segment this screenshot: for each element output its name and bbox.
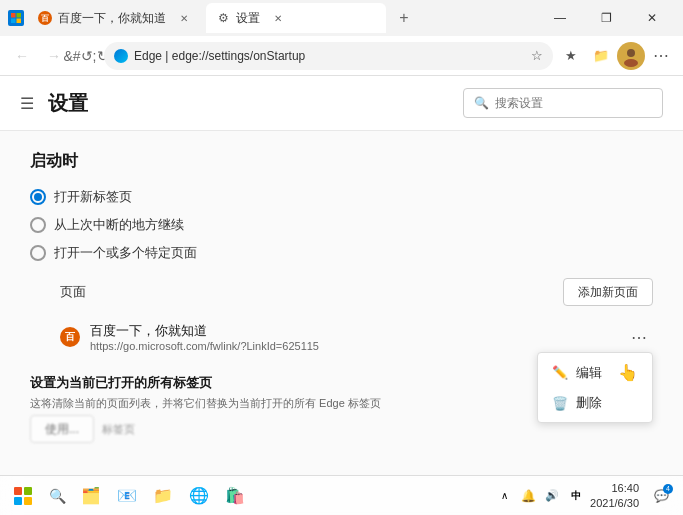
option-continue-label: 从上次中断的地方继续	[54, 216, 184, 234]
taskbar-store[interactable]: 🛍️	[220, 481, 250, 511]
tab-baidu-label: 百度一下，你就知道	[58, 10, 166, 27]
delete-label: 删除	[576, 394, 602, 412]
option-specific-pages-label: 打开一个或多个特定页面	[54, 244, 197, 262]
nav-actions: ★ 📁 ⋯	[557, 42, 675, 70]
nav-bar: ← → &#↺;↻ Edge | edge://settings/onStart…	[0, 36, 683, 76]
windows-logo	[14, 487, 32, 505]
back-button[interactable]: ←	[8, 42, 36, 70]
hamburger-menu-icon[interactable]: ☰	[20, 94, 34, 113]
taskbar: 🔍 🗂️ 📧 📁 🌐 🛍️ ∧ 🔔 🔊 中 16:40 2021/6/30 💬 …	[0, 475, 683, 515]
win-logo-green	[24, 487, 32, 495]
tab-settings-label: 设置	[236, 10, 260, 27]
settings-page-title: 设置	[48, 90, 88, 117]
search-icon: 🔍	[474, 96, 489, 110]
section-title: 启动时	[30, 151, 653, 172]
taskbar-search-button[interactable]: 🔍	[44, 483, 70, 509]
page-favicon: 百	[60, 327, 80, 347]
edit-label: 编辑	[576, 364, 602, 382]
radio-continue[interactable]	[30, 217, 46, 233]
settings-title-row: ☰ 设置	[20, 90, 88, 117]
tray-volume[interactable]: 🔊	[542, 486, 562, 506]
page-url: https://go.microsoft.com/fwlink/?LinkId=…	[90, 340, 615, 352]
tray-wifi[interactable]: 🔔	[518, 486, 538, 506]
taskbar-edge[interactable]: 🌐	[184, 481, 214, 511]
pages-header: 页面 添加新页面	[30, 278, 653, 306]
notification-badge: 4	[663, 484, 673, 494]
page-item-container: 百 百度一下，你就知道 https://go.microsoft.com/fwl…	[30, 316, 653, 358]
svg-rect-3	[17, 19, 22, 24]
context-menu-delete[interactable]: 🗑️ 删除	[538, 388, 652, 418]
settings-search-box[interactable]: 🔍	[463, 88, 663, 118]
favorites-button[interactable]: ★	[557, 42, 585, 70]
taskbar-right: ∧ 🔔 🔊 中 16:40 2021/6/30 💬 4	[494, 481, 675, 510]
baidu-favicon: 百	[38, 11, 52, 25]
system-clock[interactable]: 16:40 2021/6/30	[590, 481, 639, 510]
taskbar-left: 🔍 🗂️ 📧 📁 🌐 🛍️	[8, 481, 250, 511]
pages-label: 页面	[30, 283, 86, 301]
tab-baidu[interactable]: 百 百度一下，你就知道 ✕	[28, 3, 202, 33]
tab-baidu-close[interactable]: ✕	[176, 10, 192, 26]
maximize-button[interactable]: ❐	[583, 0, 629, 36]
svg-rect-2	[11, 19, 16, 24]
address-bar[interactable]: Edge | edge://settings/onStartup ☆	[104, 42, 553, 70]
address-text: Edge | edge://settings/onStartup	[134, 49, 525, 63]
option-new-tab[interactable]: 打开新标签页	[30, 188, 653, 206]
page-more-button[interactable]: ⋯	[625, 323, 653, 351]
trash-icon: 🗑️	[552, 396, 568, 411]
taskbar-explorer[interactable]: 🗂️	[76, 481, 106, 511]
more-button[interactable]: ⋯	[647, 42, 675, 70]
clock-time: 16:40	[611, 481, 639, 495]
settings-search-input[interactable]	[495, 96, 645, 110]
win-logo-yellow	[24, 497, 32, 505]
radio-specific-pages[interactable]	[30, 245, 46, 261]
collections-button[interactable]: 📁	[587, 42, 615, 70]
notification-button[interactable]: 💬 4	[647, 482, 675, 510]
svg-rect-0	[11, 13, 16, 18]
option-new-tab-label: 打开新标签页	[54, 188, 132, 206]
startup-options: 打开新标签页 从上次中断的地方继续 打开一个或多个特定页面	[30, 188, 653, 262]
address-domain: Edge | edge://settings/onStartup	[134, 49, 305, 63]
taskbar-mail[interactable]: 📧	[112, 481, 142, 511]
page-actions: ⋯	[625, 323, 653, 351]
profile-button[interactable]	[617, 42, 645, 70]
settings-header: ☰ 设置 🔍	[0, 76, 683, 131]
tab-settings[interactable]: ⚙ 设置 ✕	[206, 3, 386, 33]
window-controls: — ❐ ✕	[537, 0, 675, 36]
pages-section: 页面 添加新页面 百 百度一下，你就知道 https://go.microsof…	[30, 278, 653, 443]
option-continue[interactable]: 从上次中断的地方继续	[30, 216, 653, 234]
tab-settings-close[interactable]: ✕	[270, 10, 286, 26]
page-name: 百度一下，你就知道	[90, 322, 615, 340]
settings-body: 启动时 打开新标签页 从上次中断的地方继续 打开一个或多个特定页面	[0, 131, 683, 475]
svg-rect-1	[17, 13, 22, 18]
refresh-button[interactable]: &#↺;↻	[72, 42, 100, 70]
svg-point-5	[624, 59, 638, 67]
edge-logo-icon	[114, 49, 128, 63]
settings-favicon: ⚙	[216, 11, 230, 25]
new-tab-button[interactable]: +	[390, 4, 418, 32]
title-bar: 百 百度一下，你就知道 ✕ ⚙ 设置 ✕ + — ❐ ✕	[0, 0, 683, 36]
add-page-button[interactable]: 添加新页面	[563, 278, 653, 306]
close-button[interactable]: ✕	[629, 0, 675, 36]
tray-expand[interactable]: ∧	[494, 486, 514, 506]
win-logo-blue	[14, 497, 22, 505]
settings-page: ☰ 设置 🔍 启动时 打开新标签页 从上次中断的地方继续	[0, 76, 683, 475]
tab-strip: 百 百度一下，你就知道 ✕ ⚙ 设置 ✕ +	[8, 3, 418, 33]
clock-date: 2021/6/30	[590, 496, 639, 510]
radio-new-tab[interactable]	[30, 189, 46, 205]
page-info: 百度一下，你就知道 https://go.microsoft.com/fwlin…	[90, 322, 615, 352]
set-current-button[interactable]: 使用...	[30, 415, 94, 443]
svg-point-4	[627, 49, 635, 57]
option-specific-pages[interactable]: 打开一个或多个特定页面	[30, 244, 653, 262]
taskbar-files[interactable]: 📁	[148, 481, 178, 511]
set-current-extra: 标签页	[102, 422, 135, 437]
bookmark-icon[interactable]: ☆	[531, 48, 543, 63]
tray-lang[interactable]: 中	[566, 486, 586, 506]
start-button[interactable]	[8, 481, 38, 511]
app-icon	[8, 10, 24, 26]
cursor-hand: 👆	[618, 363, 638, 382]
win-logo-red	[14, 487, 22, 495]
context-menu-edit[interactable]: ✏️ 编辑 👆	[538, 357, 652, 388]
minimize-button[interactable]: —	[537, 0, 583, 36]
edit-icon: ✏️	[552, 365, 568, 380]
context-menu: ✏️ 编辑 👆 🗑️ 删除	[537, 352, 653, 423]
